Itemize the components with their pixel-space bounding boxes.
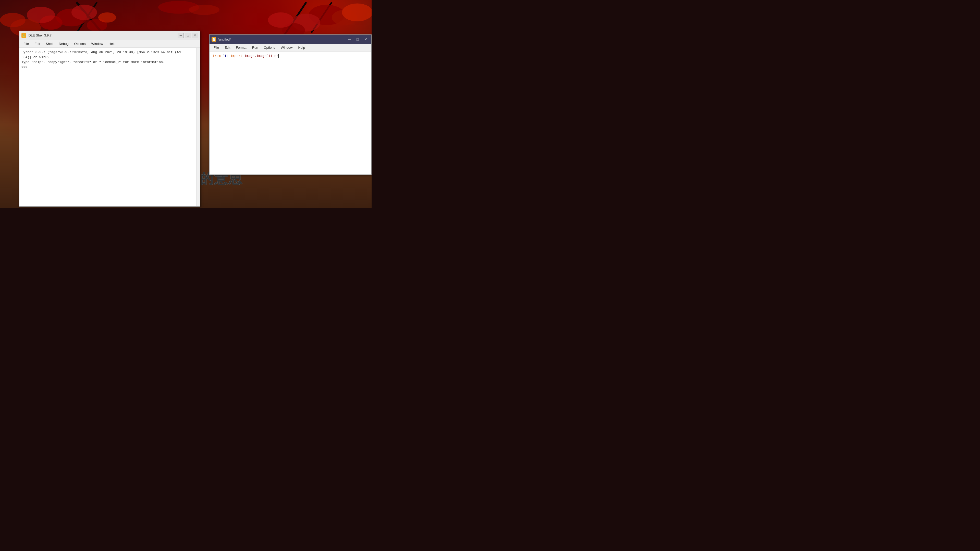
editor-close-button[interactable]: ✕	[362, 36, 369, 42]
menu-edit[interactable]: Edit	[32, 41, 43, 46]
editor-menu-options[interactable]: Options	[261, 45, 278, 50]
class-names: Image,ImageFilter	[245, 54, 278, 58]
maximize-button[interactable]: □	[185, 33, 191, 38]
shell-window-title: IDLE Shell 3.9.7	[27, 33, 52, 37]
code-line-1: from PIL import Image,ImageFilter	[213, 54, 368, 59]
editor-maximize-button[interactable]: □	[354, 36, 361, 42]
shell-line-3: Type "help", "copyright", "credits" or "…	[21, 60, 196, 65]
minimize-button[interactable]: ─	[178, 33, 184, 38]
menu-options[interactable]: Options	[72, 41, 88, 46]
editor-window-controls: ─ □ ✕	[346, 36, 369, 42]
shell-window-controls: ─ □ ✕	[178, 33, 198, 38]
titlebar-left: 🐍 IDLE Shell 3.9.7	[21, 33, 52, 38]
shell-line-2: D64)] on win32	[21, 55, 196, 60]
menu-file[interactable]: File	[21, 41, 32, 46]
editor-titlebar-left: 📄 *untitled*	[212, 37, 231, 41]
menu-help[interactable]: Help	[106, 41, 118, 46]
editor-icon: 📄	[212, 37, 216, 41]
shell-titlebar: 🐍 IDLE Shell 3.9.7 ─ □ ✕	[19, 31, 200, 40]
editor-menu-file[interactable]: File	[211, 45, 221, 50]
shell-prompt-line: >>>	[21, 65, 196, 70]
idle-icon: 🐍	[21, 33, 26, 38]
keyword-import: import	[231, 54, 242, 58]
editor-menu-format[interactable]: Format	[233, 45, 249, 50]
shell-line-1: Python 3.9.7 (tags/v3.9.7:1016ef3, Aug 3…	[21, 50, 196, 55]
text-cursor	[278, 54, 279, 58]
editor-menu-run[interactable]: Run	[250, 45, 261, 50]
menu-window[interactable]: Window	[89, 41, 105, 46]
menu-shell[interactable]: Shell	[43, 41, 56, 46]
module-pil: PIL	[223, 54, 228, 58]
idle-shell-window: 🐍 IDLE Shell 3.9.7 ─ □ ✕ File Edit Shell…	[19, 30, 200, 206]
editor-minimize-button[interactable]: ─	[346, 36, 353, 42]
editor-content-area[interactable]: from PIL import Image,ImageFilter	[210, 52, 371, 175]
shell-menubar: File Edit Shell Debug Options Window Hel…	[19, 40, 200, 48]
menu-debug[interactable]: Debug	[56, 41, 71, 46]
editor-menu-help[interactable]: Help	[296, 45, 307, 50]
editor-menubar: File Edit Format Run Options Window Help	[210, 44, 371, 52]
shell-prompt: >>>	[21, 65, 27, 69]
shell-scrollbar[interactable]	[197, 48, 200, 206]
close-button[interactable]: ✕	[192, 33, 198, 38]
editor-titlebar: 📄 *untitled* ─ □ ✕	[210, 35, 371, 44]
editor-menu-edit[interactable]: Edit	[222, 45, 233, 50]
editor-window-title: *untitled*	[218, 38, 231, 41]
editor-menu-window[interactable]: Window	[278, 45, 295, 50]
keyword-from: from	[213, 54, 221, 58]
editor-window: 📄 *untitled* ─ □ ✕ File Edit Format Run …	[209, 35, 372, 175]
shell-content-area[interactable]: Python 3.9.7 (tags/v3.9.7:1016ef3, Aug 3…	[19, 48, 200, 206]
